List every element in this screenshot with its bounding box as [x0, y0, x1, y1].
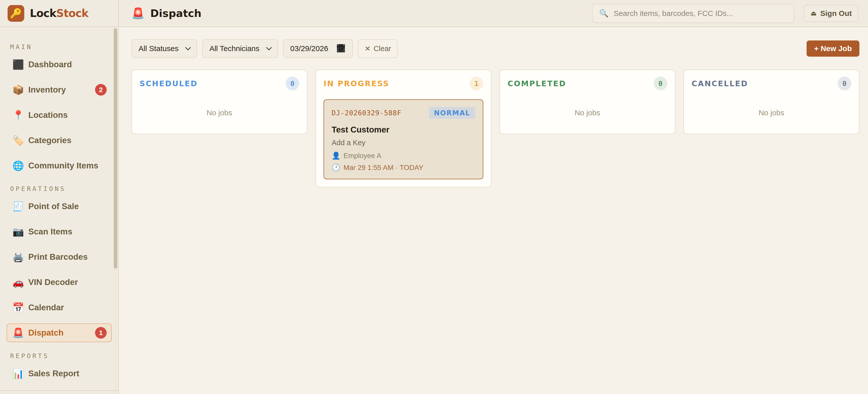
page-title: 🚨 Dispatch [131, 7, 202, 20]
sidebar-item-label: Dispatch [28, 328, 63, 338]
column-scheduled: SCHEDULED 0 No jobs [131, 69, 307, 134]
sidebar-item-dispatch[interactable]: 🚨 Dispatch 1 [7, 324, 112, 342]
column-title: COMPLETED [507, 79, 566, 88]
dispatch-board: SCHEDULED 0 No jobs IN PROGRESS 1 DJ-202… [131, 69, 859, 187]
filter-bar: All Statuses All Technicians 03/29/2026 … [131, 39, 859, 58]
clock-icon: 🕐 [332, 163, 340, 172]
section-label-reports: REPORTS [10, 352, 112, 360]
job-time-text: Mar 29 1:55 AM · TODAY [343, 163, 423, 172]
siren-icon: 🚨 [12, 328, 25, 338]
job-technician-name: Employee A [343, 152, 381, 160]
column-header: IN PROGRESS 1 [323, 77, 483, 90]
new-job-button[interactable]: + New Job [807, 40, 859, 57]
brand-name[interactable]: LockStock [30, 7, 88, 20]
job-customer-name: Test Customer [332, 125, 475, 134]
printer-icon: 🖨️ [12, 252, 25, 263]
clear-filters-label: Clear [374, 44, 391, 53]
sidebar-item-community-items[interactable]: 🌐 Community Items [7, 156, 112, 175]
eject-icon: ⏏ [810, 9, 817, 17]
technician-filter-value: All Technicians [209, 44, 259, 53]
globe-icon: 🌐 [12, 160, 25, 171]
page-title-text: Dispatch [150, 7, 202, 20]
sign-out-label: Sign Out [820, 9, 852, 18]
column-completed: COMPLETED 0 No jobs [499, 69, 675, 134]
column-title: CANCELLED [691, 79, 748, 88]
sidebar-item-label: Community Items [28, 161, 98, 171]
sidebar-scrollbar-track [114, 28, 117, 394]
sidebar-item-label: Print Barcodes [28, 252, 88, 262]
app-window: 🔑 LockStock MAIN ⬛ Dashboard 📦 Inventory… [0, 0, 868, 394]
inventory-count-badge: 2 [95, 84, 107, 96]
column-header: SCHEDULED 0 [140, 77, 299, 90]
brand-name-secondary: Stock [56, 7, 88, 20]
search-icon: 🔍 [599, 9, 609, 18]
sidebar-item-inventory[interactable]: 📦 Inventory 2 [7, 81, 112, 99]
sidebar-item-label: Dashboard [28, 60, 72, 69]
person-icon: 👤 [332, 151, 340, 160]
calendar-icon: 📅 [12, 302, 25, 313]
sidebar-item-label: Point of Sale [28, 202, 79, 211]
sidebar-item-print-barcodes[interactable]: 🖨️ Print Barcodes [7, 248, 112, 266]
pushpin-icon: 📍 [12, 110, 25, 121]
status-filter-select[interactable]: All Statuses [131, 39, 197, 58]
sidebar-item-categories[interactable]: 🏷️ Categories [7, 131, 112, 150]
sidebar-item-label: Sales Report [28, 369, 80, 378]
job-service-type: Add a Key [332, 139, 475, 147]
section-label-operations: OPERATIONS [10, 185, 112, 192]
brand-name-primary: Lock [30, 7, 56, 20]
column-count-badge: 0 [838, 77, 851, 90]
clear-filters-button[interactable]: ✕ Clear [358, 39, 398, 58]
search-input[interactable] [613, 9, 787, 18]
column-title: IN PROGRESS [323, 79, 389, 88]
sidebar-item-label: VIN Decoder [28, 277, 78, 287]
chevron-down-icon [185, 45, 191, 51]
column-count-badge: 0 [286, 77, 299, 90]
technician-filter-select[interactable]: All Technicians [202, 39, 278, 58]
camera-icon: 📷 [12, 226, 25, 237]
sidebar-item-scan-items[interactable]: 📷 Scan Items [7, 222, 112, 241]
sidebar-item-label: Locations [28, 110, 68, 120]
chevron-down-icon [266, 45, 272, 51]
main-area: 🚨 Dispatch 🔍 ⏏ Sign Out All Statuses A [119, 0, 868, 394]
sidebar-item-vin-decoder[interactable]: 🚗 VIN Decoder [7, 273, 112, 292]
column-header: CANCELLED 0 [691, 77, 851, 90]
tag-icon: 🏷️ [12, 135, 25, 146]
column-title: SCHEDULED [140, 79, 198, 88]
sidebar: 🔑 LockStock MAIN ⬛ Dashboard 📦 Inventory… [0, 0, 119, 394]
column-cancelled: CANCELLED 0 No jobs [683, 69, 859, 134]
receipt-icon: 🧾 [12, 201, 25, 212]
job-card[interactable]: DJ-20260329-588F NORMAL Test Customer Ad… [323, 99, 483, 179]
sign-out-button[interactable]: ⏏ Sign Out [804, 5, 858, 22]
sidebar-header: 🔑 LockStock [0, 0, 118, 27]
empty-state-text: No jobs [140, 90, 299, 126]
column-in-progress: IN PROGRESS 1 DJ-20260329-588F NORMAL Te… [315, 69, 491, 187]
sidebar-nav: MAIN ⬛ Dashboard 📦 Inventory 2 📍 Locatio… [0, 27, 118, 394]
sidebar-item-locations[interactable]: 📍 Locations [7, 106, 112, 124]
sidebar-item-label: Scan Items [28, 227, 72, 237]
sidebar-scrollbar-thumb[interactable] [114, 28, 117, 269]
status-filter-value: All Statuses [138, 44, 179, 53]
column-header: COMPLETED 0 [507, 77, 667, 90]
empty-state-text: No jobs [691, 90, 851, 126]
siren-icon: 🚨 [131, 7, 145, 20]
column-count-badge: 0 [654, 77, 667, 90]
global-search: 🔍 [592, 4, 794, 23]
section-label-main: MAIN [10, 43, 112, 51]
sidebar-item-label: Categories [28, 135, 71, 145]
calendar-picker-icon[interactable]: 📅 [336, 44, 346, 53]
date-filter-input[interactable]: 03/29/2026 📅 [283, 39, 353, 58]
sidebar-item-point-of-sale[interactable]: 🧾 Point of Sale [7, 197, 112, 216]
sidebar-item-calendar[interactable]: 📅 Calendar [7, 298, 112, 317]
job-id: DJ-20260329-588F [332, 109, 401, 117]
priority-badge: NORMAL [429, 107, 475, 119]
car-icon: 🚗 [12, 277, 25, 288]
new-job-label: + New Job [814, 44, 852, 53]
app-logo[interactable]: 🔑 [8, 5, 24, 22]
job-id-row: DJ-20260329-588F NORMAL [332, 107, 475, 119]
empty-state-text: No jobs [507, 90, 667, 126]
sidebar-item-dashboard[interactable]: ⬛ Dashboard [7, 55, 112, 74]
dashboard-icon: ⬛ [12, 59, 25, 70]
package-icon: 📦 [12, 85, 25, 95]
sidebar-item-sales-report[interactable]: 📊 Sales Report [7, 364, 112, 383]
dispatch-count-badge: 1 [95, 327, 107, 339]
